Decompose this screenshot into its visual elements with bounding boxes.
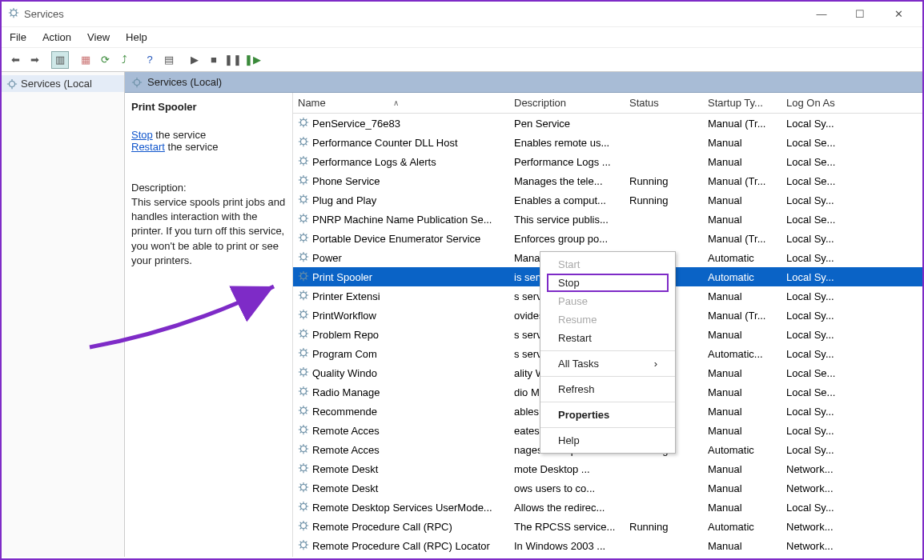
menu-action[interactable]: Action: [42, 31, 71, 43]
gear-icon: [298, 443, 309, 457]
service-status-cell: Running: [629, 521, 708, 533]
service-row[interactable]: Remote Desktmote Desktop ...ManualNetwor…: [293, 459, 922, 478]
service-startup-cell: Manual: [708, 194, 786, 206]
service-logon-cell: Local Se...: [786, 156, 874, 168]
service-desc-cell: Manages the tele...: [514, 175, 629, 187]
service-name-cell: Printer Extensi: [312, 290, 380, 302]
service-logon-cell: Local Sy...: [786, 118, 874, 130]
column-header-name[interactable]: Name∧: [298, 97, 514, 109]
properties-button[interactable]: ▦: [77, 51, 94, 69]
context-menu: Start Stop Pause Resume Restart All Task…: [540, 251, 676, 454]
service-row[interactable]: Performance Counter DLL HostEnables remo…: [293, 133, 922, 152]
service-logon-cell: Local Sy...: [786, 329, 874, 341]
maximize-button[interactable]: ☐: [849, 8, 871, 20]
export-button[interactable]: ⤴: [115, 51, 133, 69]
menu-help[interactable]: Help: [126, 31, 147, 43]
service-desc-cell: Performance Logs ...: [514, 156, 629, 168]
service-name-cell: PNRP Machine Name Publication Se...: [312, 214, 492, 226]
svg-point-10: [301, 254, 307, 259]
pane-header-title: Services (Local): [147, 76, 222, 88]
gear-icon: [298, 251, 309, 265]
forward-button[interactable]: ➡: [26, 51, 43, 69]
svg-point-24: [301, 522, 307, 528]
service-startup-cell: Manual: [708, 137, 786, 149]
restart-service-link[interactable]: Restart: [131, 141, 165, 153]
service-logon-cell: Local Se...: [786, 386, 874, 398]
toolbar: ⬅ ➡ ▥ ▦ ⟳ ⤴ ? ▤ ▶ ■ ❚❚ ❚▶: [2, 48, 922, 72]
service-startup-cell: Manual: [708, 329, 786, 341]
svg-point-14: [301, 330, 307, 336]
service-startup-cell: Automatic: [708, 521, 786, 533]
service-logon-cell: Local Se...: [786, 175, 874, 187]
back-button[interactable]: ⬅: [6, 51, 24, 69]
menu-item-help[interactable]: Help: [540, 431, 675, 450]
service-row[interactable]: Portable Device Enumerator ServiceEnforc…: [293, 229, 922, 248]
close-button[interactable]: ✕: [887, 8, 910, 20]
service-row[interactable]: Remote Desktows users to co...ManualNetw…: [293, 478, 922, 498]
column-header-logon[interactable]: Log On As: [786, 97, 874, 109]
service-list: Name∧ Description Status Startup Ty... L…: [293, 93, 922, 557]
service-desc-cell: Enables a comput...: [514, 194, 629, 206]
pause-service-button[interactable]: ❚❚: [224, 51, 242, 69]
service-startup-cell: Automatic...: [708, 348, 786, 360]
minimize-button[interactable]: —: [810, 8, 833, 20]
menu-view[interactable]: View: [87, 31, 110, 43]
service-desc-cell: mote Desktop ...: [514, 463, 629, 475]
restart-service-button[interactable]: ❚▶: [243, 51, 261, 69]
refresh-button[interactable]: ⟳: [96, 51, 114, 69]
service-row[interactable]: Remote Procedure Call (RPC) LocatorIn Wi…: [293, 536, 922, 555]
svg-point-7: [301, 196, 307, 202]
stop-service-link[interactable]: Stop: [131, 129, 153, 141]
column-header-status[interactable]: Status: [629, 97, 708, 109]
help-button[interactable]: ?: [141, 51, 159, 69]
menu-item-resume: Resume: [540, 310, 675, 329]
menu-item-properties[interactable]: Properties: [540, 406, 675, 424]
service-logon-cell: Network...: [786, 463, 874, 475]
svg-point-15: [301, 350, 307, 355]
svg-point-22: [301, 484, 307, 490]
description-label: Description:: [131, 182, 286, 194]
menu-item-all-tasks[interactable]: All Tasks›: [540, 354, 675, 373]
service-logon-cell: Local Sy...: [786, 348, 874, 360]
svg-point-13: [301, 311, 307, 317]
service-startup-cell: Manual: [708, 290, 786, 302]
pane-header: Services (Local): [125, 72, 922, 93]
service-logon-cell: Local Se...: [786, 367, 874, 379]
tree-node-label: Services (Local: [21, 78, 92, 90]
action-button[interactable]: ▤: [160, 51, 178, 69]
service-startup-cell: Manual: [708, 425, 786, 437]
submenu-arrow-icon: ›: [654, 358, 657, 370]
service-row[interactable]: Remote Desktop Services UserMode...Allow…: [293, 498, 922, 517]
gear-icon: [298, 232, 309, 246]
svg-point-1: [10, 81, 15, 86]
service-row[interactable]: Phone ServiceManages the tele...RunningM…: [293, 171, 922, 190]
service-startup-cell: Manual (Tr...: [708, 233, 786, 245]
menu-item-start: Start: [540, 255, 675, 274]
service-row[interactable]: Remote Procedure Call (RPC)The RPCSS ser…: [293, 517, 922, 536]
svg-point-20: [301, 446, 307, 451]
service-row[interactable]: PenService_76e83Pen ServiceManual (Tr...…: [293, 114, 922, 133]
service-row[interactable]: Plug and PlayEnables a comput...RunningM…: [293, 190, 922, 210]
show-hide-tree-button[interactable]: ▥: [51, 51, 69, 69]
tree-node-services-local[interactable]: Services (Local: [2, 75, 124, 92]
window-title: Services: [24, 8, 64, 20]
stop-service-button[interactable]: ■: [205, 51, 223, 69]
gear-icon: [298, 347, 309, 361]
menu-item-refresh[interactable]: Refresh: [540, 380, 675, 398]
menu-item-stop[interactable]: Stop: [547, 274, 669, 292]
column-header-description[interactable]: Description: [514, 97, 629, 109]
gear-icon: [298, 405, 309, 418]
service-row[interactable]: PNRP Machine Name Publication Se...This …: [293, 210, 922, 229]
gear-icon: [298, 117, 309, 130]
service-name-cell: Remote Acces: [312, 425, 380, 437]
gear-icon: [298, 366, 309, 380]
start-service-button[interactable]: ▶: [186, 51, 203, 69]
svg-point-25: [301, 542, 307, 547]
selected-service-name: Print Spooler: [131, 101, 286, 113]
column-header-startup[interactable]: Startup Ty...: [708, 97, 786, 109]
menu-file[interactable]: File: [10, 31, 26, 43]
service-row[interactable]: Performance Logs & AlertsPerformance Log…: [293, 152, 922, 171]
gear-icon: [298, 424, 309, 438]
service-startup-cell: Automatic: [708, 444, 786, 456]
menu-item-restart[interactable]: Restart: [540, 329, 675, 347]
